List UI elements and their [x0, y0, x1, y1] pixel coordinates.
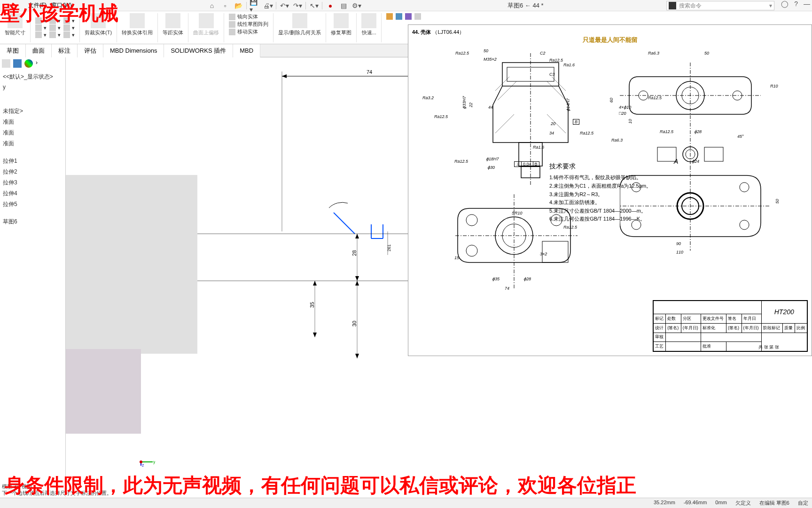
ribbon-relations[interactable]: 显示/删除几何关系 — [273, 13, 326, 42]
tree-extrude1[interactable]: 拉伸1 — [2, 156, 63, 167]
svg-marker-16 — [355, 281, 359, 286]
tree-ico2[interactable] — [13, 59, 22, 68]
status-x: 35.22mm — [654, 500, 675, 507]
dim-28: 28 — [351, 250, 357, 256]
rib-opt1-icon[interactable] — [386, 13, 393, 20]
svg-line-31 — [498, 81, 516, 100]
print-icon[interactable]: 🖨▾ — [263, 1, 273, 10]
help-icon[interactable]: ? — [794, 0, 798, 8]
search-icon — [669, 2, 676, 9]
undo-icon[interactable]: ↶▾ — [279, 1, 289, 10]
open-icon[interactable]: 📂 — [233, 1, 243, 10]
tab-annotate[interactable]: 标注 — [52, 44, 78, 57]
ref-view-top — [620, 53, 765, 171]
traffic-icon[interactable]: ● — [325, 1, 336, 10]
svg-marker-11 — [355, 276, 359, 281]
tree-extrude2[interactable]: 拉伸2 — [2, 167, 63, 177]
tree-display-state[interactable]: <<默认>_显示状态> — [2, 71, 63, 82]
tree-extrude5[interactable]: 拉伸5 — [2, 199, 63, 210]
minimize-icon[interactable]: — — [804, 0, 810, 8]
svg-point-47 — [466, 214, 477, 226]
svg-marker-14 — [313, 333, 317, 337]
gear-icon[interactable]: ⚙▾ — [351, 1, 362, 10]
tab-mbd-dims[interactable]: MBD Dimensions — [103, 44, 164, 57]
svg-point-25 — [140, 460, 142, 463]
tab-plugins[interactable]: SOLIDWORKS 插件 — [164, 44, 233, 57]
tree-history[interactable]: y — [2, 82, 63, 92]
rib-circle-icon[interactable]: ▾ — [35, 32, 47, 38]
status-z: 0mm — [715, 500, 726, 507]
tab-evaluate[interactable]: 评估 — [78, 44, 103, 57]
status-mode: 在编辑 草图6 — [759, 500, 789, 507]
dim-35: 35 — [309, 302, 315, 308]
new-icon[interactable]: ▫ — [220, 1, 230, 10]
title-block: HT200 标记处数分区 更改文件号签名年月日 设计(签名)(年月日) 标准化(… — [653, 300, 808, 352]
rib-opt2-icon[interactable] — [396, 13, 402, 20]
svg-line-5 — [334, 213, 355, 234]
ribbon-surface-offset[interactable]: 曲面上偏移 — [188, 13, 224, 42]
model-body-step — [66, 349, 141, 434]
svg-marker-17 — [355, 354, 359, 358]
svg-line-33 — [547, 81, 566, 100]
window-controls: ◯ ? — — [781, 0, 810, 8]
ref-subtitle: 只道最是人间不能留 — [412, 36, 808, 44]
tree-unspec[interactable]: 未指定> — [2, 106, 63, 117]
user-icon[interactable]: ◯ — [781, 0, 789, 8]
tree-extrude3[interactable]: 拉伸3 — [2, 177, 63, 188]
status-y: -69.46mm — [684, 500, 707, 507]
ribbon-repair[interactable]: 修复草图 — [326, 13, 357, 42]
search-input[interactable]: 搜索命令 ▾ — [666, 1, 774, 10]
dim-30: 30 — [351, 321, 357, 326]
document-title: 草图6 ← 44 * — [508, 1, 544, 10]
status-def: 欠定义 — [735, 500, 751, 507]
svg-point-56 — [740, 183, 749, 192]
save-icon[interactable]: 💾▾ — [250, 1, 260, 10]
select-icon[interactable]: ↖▾ — [309, 1, 319, 10]
svg-marker-13 — [313, 281, 317, 286]
status-auto: 自定 — [798, 500, 808, 507]
svg-rect-46 — [704, 147, 723, 161]
origin-triad: y z — [136, 448, 155, 468]
rib-text-icon[interactable]: ▾ — [63, 32, 75, 38]
overlay-watermark-bottom: 身条件限制，此为无声视频，有任何问题可以私信或评论，欢迎各位指正 — [0, 472, 812, 499]
rib-opt3-icon[interactable] — [405, 13, 412, 20]
svg-rect-45 — [657, 147, 676, 161]
tech-requirements: 技术要求 1.铸件不得有气孔，裂纹及砂眼等缺陷。 2.未注倒角为C1，表面粗糙度… — [549, 161, 651, 223]
tree-plane1[interactable]: 准面 — [2, 117, 63, 127]
svg-point-58 — [740, 220, 749, 230]
tab-mbd[interactable]: MBD — [233, 44, 260, 57]
home-icon[interactable]: ⌂ — [207, 1, 217, 10]
model-body-main — [66, 175, 197, 354]
tab-sketch[interactable]: 草图 — [0, 44, 26, 57]
overlay-watermark-top: 壁小孩学机械 — [0, 0, 118, 26]
svg-point-49 — [466, 245, 477, 256]
dim-261: 261 — [387, 244, 391, 251]
tree-extrude4[interactable]: 拉伸4 — [2, 188, 63, 199]
svg-marker-3 — [282, 74, 287, 78]
ribbon-quick[interactable]: 快速... — [357, 13, 382, 42]
rib-opt4-icon[interactable] — [414, 13, 421, 20]
ribbon-offset[interactable]: 等距实体 — [158, 13, 188, 42]
tree-ico3[interactable] — [24, 59, 33, 68]
list-icon[interactable]: ▤ — [338, 1, 349, 10]
dim-74: 74 — [367, 69, 372, 75]
ribbon-convert[interactable]: 转换实体引用 — [117, 13, 158, 42]
ribbon-pattern[interactable]: 线性草图阵列 — [229, 21, 268, 28]
search-dropdown-icon[interactable]: ▾ — [769, 2, 772, 9]
ribbon-move[interactable]: 移动实体 — [229, 28, 268, 35]
ribbon-mirror[interactable]: 镜向实体 — [229, 13, 268, 20]
tree-ico1[interactable] — [2, 59, 10, 68]
svg-text:y: y — [153, 460, 155, 464]
tree-plane3[interactable]: 准面 — [2, 138, 63, 149]
tree-sketch6[interactable]: 草图6 — [2, 216, 63, 227]
svg-line-34 — [495, 114, 514, 133]
tree-plane2[interactable]: 准面 — [2, 127, 63, 138]
quick-access-toolbar: ⌂ ▫ 📂 💾▾ 🖨▾ ↶▾ ↷▾ ↖▾ ● ▤ ⚙▾ — [207, 0, 362, 11]
tree-expand-icon[interactable]: › — [36, 59, 38, 68]
svg-text:z: z — [142, 463, 144, 467]
redo-icon[interactable]: ↷▾ — [292, 1, 303, 10]
svg-line-35 — [547, 114, 566, 133]
feature-tree-panel: › <<默认>_显示状态> y 未指定> 准面 准面 准面 拉伸1 拉伸2 拉伸… — [0, 57, 66, 497]
tab-surface[interactable]: 曲面 — [26, 44, 52, 57]
rib-point-icon[interactable]: ▾ — [49, 32, 61, 38]
